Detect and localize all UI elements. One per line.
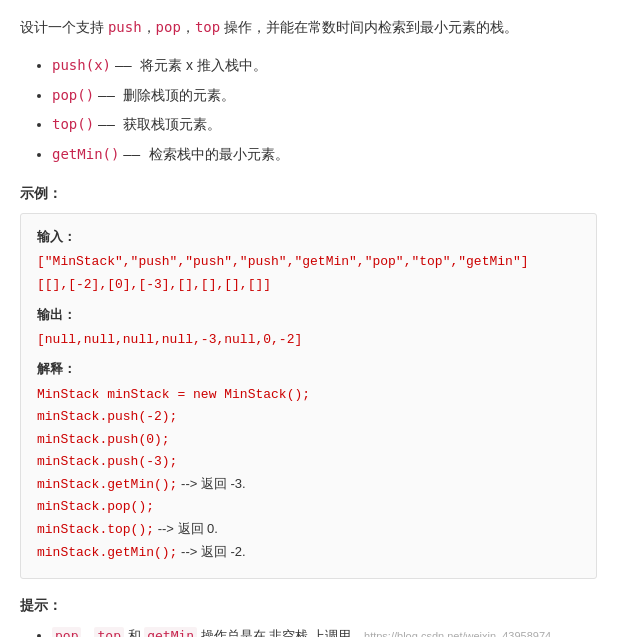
- input-label: 输入：: [37, 228, 580, 246]
- tips-title: 提示：: [20, 597, 597, 615]
- tip-code-getmin: getMin: [144, 627, 197, 637]
- tip-code-pop: pop: [52, 627, 81, 637]
- watermark: https://blog.csdn.net/weixin_43958974: [364, 630, 551, 637]
- output-label: 输出：: [37, 306, 580, 324]
- op-dash: ——: [98, 116, 123, 132]
- op-dash: ——: [123, 146, 148, 162]
- explanation-line: minStack.getMin(); --> 返回 -2.: [37, 541, 580, 564]
- explanation-line: minStack.push(-2);: [37, 406, 580, 428]
- operations-list: push(x) —— 将元素 x 推入栈中。 pop() —— 删除栈顶的元素。…: [20, 54, 597, 167]
- explanation-label: 解释：: [37, 360, 580, 378]
- explanation-line: minStack.getMin(); --> 返回 -3.: [37, 473, 580, 496]
- op-desc: 检索栈中的最小元素。: [149, 146, 289, 162]
- explanation-line: minStack.top(); --> 返回 0.: [37, 518, 580, 541]
- keyword-top: top: [195, 19, 220, 35]
- exp-comment: --> 返回 -3.: [177, 476, 245, 491]
- exp-code: minStack.push(0);: [37, 432, 170, 447]
- exp-code: minStack.push(-2);: [37, 409, 177, 424]
- exp-code: minStack.push(-3);: [37, 454, 177, 469]
- list-item: push(x) —— 将元素 x 推入栈中。: [52, 54, 597, 78]
- list-item: top() —— 获取栈顶元素。: [52, 113, 597, 137]
- exp-comment: --> 返回 0.: [154, 521, 218, 536]
- input-line2: [[],[-2],[0],[-3],[],[],[],[]]: [37, 275, 580, 296]
- exp-code: minStack.getMin();: [37, 545, 177, 560]
- tips-list-item: pop、top 和 getMin 操作总是在 非空栈 上调用。https://b…: [52, 625, 597, 637]
- op-desc: 将元素 x 推入栈中。: [140, 57, 267, 73]
- exp-code: minStack.top();: [37, 522, 154, 537]
- op-code: getMin(): [52, 146, 119, 162]
- example-section-title: 示例：: [20, 185, 597, 203]
- op-desc: 获取栈顶元素。: [123, 116, 221, 132]
- list-item: pop() —— 删除栈顶的元素。: [52, 84, 597, 108]
- exp-code: MinStack minStack = new MinStack();: [37, 387, 310, 402]
- input-line1: ["MinStack","push","push","push","getMin…: [37, 252, 580, 273]
- exp-code: minStack.pop();: [37, 499, 154, 514]
- explanation-block: MinStack minStack = new MinStack(); minS…: [37, 384, 580, 564]
- keyword-push: push: [108, 19, 142, 35]
- op-desc: 删除栈顶的元素。: [123, 87, 235, 103]
- output-line: [null,null,null,null,-3,null,0,-2]: [37, 330, 580, 351]
- op-code: push(x): [52, 57, 111, 73]
- example-box: 输入： ["MinStack","push","push","push","ge…: [20, 213, 597, 579]
- op-code: pop(): [52, 87, 94, 103]
- op-dash: ——: [98, 87, 123, 103]
- explanation-line: MinStack minStack = new MinStack();: [37, 384, 580, 406]
- tip-code-top: top: [94, 627, 123, 637]
- op-code: top(): [52, 116, 94, 132]
- tips-list: pop、top 和 getMin 操作总是在 非空栈 上调用。https://b…: [20, 625, 597, 637]
- explanation-line: minStack.push(-3);: [37, 451, 580, 473]
- list-item: getMin() —— 检索栈中的最小元素。: [52, 143, 597, 167]
- exp-code: minStack.getMin();: [37, 477, 177, 492]
- explanation-line: minStack.pop();: [37, 496, 580, 518]
- keyword-pop: pop: [156, 19, 181, 35]
- op-dash: ——: [115, 57, 140, 73]
- explanation-line: minStack.push(0);: [37, 429, 580, 451]
- main-description: 设计一个支持 push，pop，top 操作，并能在常数时间内检索到最小元素的栈…: [20, 16, 597, 40]
- exp-comment: --> 返回 -2.: [177, 544, 245, 559]
